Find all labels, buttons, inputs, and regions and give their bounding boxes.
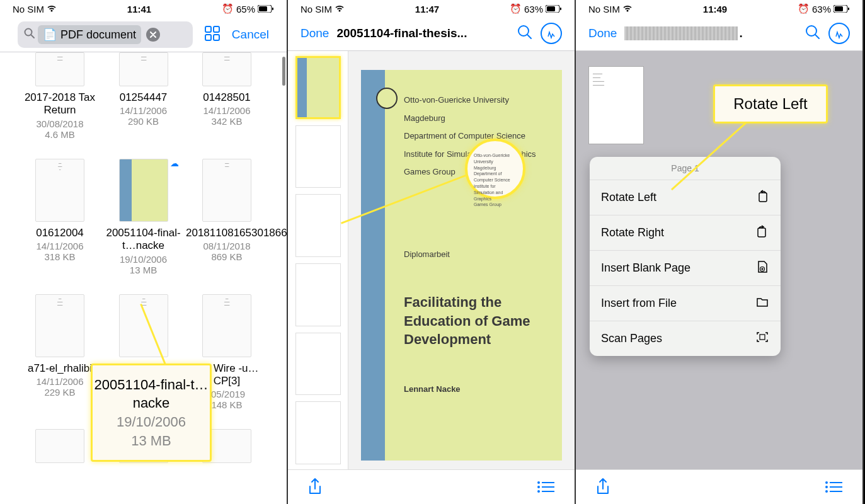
file-item[interactable]: ━━━━━━ 20181108165301866 08/11/2018 869 … bbox=[186, 159, 268, 275]
doc-icon: 📄 bbox=[43, 28, 57, 42]
file-callout: 20051104-final-t…nacke 19/10/2006 13 MB bbox=[91, 364, 212, 462]
thesis-author: Lennart Nacke bbox=[404, 384, 547, 394]
thesis-group: Games Group bbox=[404, 163, 547, 181]
file-item[interactable]: ━━━━━━━━ 01428501 14/11/2006 342 KB bbox=[186, 52, 268, 140]
pdf-body: Otto-von-Guericke University Magdeburg D… bbox=[288, 51, 575, 469]
svg-point-19 bbox=[537, 490, 540, 493]
share-icon[interactable] bbox=[595, 478, 611, 499]
battery-icon bbox=[258, 5, 274, 13]
rotate-left-callout: Rotate Left bbox=[713, 84, 828, 123]
svg-point-33 bbox=[825, 486, 828, 488]
thesis-dept: Department of Computer Science bbox=[404, 127, 547, 146]
svg-rect-26 bbox=[758, 228, 765, 237]
menu-label: Scan Pages bbox=[601, 332, 662, 345]
search-icon[interactable] bbox=[805, 24, 821, 43]
battery-label: 63% bbox=[812, 4, 831, 14]
menu-header: Page 1 bbox=[590, 157, 781, 180]
svg-rect-1 bbox=[259, 6, 267, 11]
search-bar: 📄 PDF document Cancel bbox=[13, 20, 274, 49]
svg-rect-25 bbox=[759, 193, 767, 202]
page-thumb[interactable] bbox=[295, 401, 341, 464]
menu-label: Rotate Right bbox=[601, 226, 664, 239]
svg-rect-8 bbox=[214, 35, 219, 40]
page-thumb[interactable] bbox=[295, 125, 341, 188]
battery-label: 65% bbox=[236, 4, 255, 14]
wifi-icon bbox=[335, 4, 345, 14]
page-thumb[interactable] bbox=[295, 194, 341, 257]
file-item[interactable]: ☁︎ 20051104-final-t…nacke 19/10/2006 13 … bbox=[103, 159, 185, 275]
menu-label: Insert from File bbox=[601, 297, 677, 310]
svg-rect-2 bbox=[272, 8, 273, 10]
status-bar: No SIM 11:49 ⏰ 63% bbox=[576, 0, 862, 18]
file-item[interactable]: ━━━━━━━━ 01254447 14/11/2006 290 KB bbox=[103, 52, 185, 140]
file-item[interactable]: ━━━━━━━━━━ a71-el_rhalibi 14/11/2006 229… bbox=[19, 294, 101, 411]
file-item[interactable]: ━━━━━━━━ 2017-2018 Tax Return 30/08/2018… bbox=[19, 52, 101, 140]
search-tag-label: PDF document bbox=[60, 28, 136, 42]
title-suffix: . bbox=[739, 26, 742, 40]
scan-icon bbox=[755, 330, 769, 347]
cancel-button[interactable]: Cancel bbox=[232, 28, 269, 42]
view-toggle-icon[interactable] bbox=[204, 25, 221, 44]
pdf-toolbar bbox=[576, 469, 862, 504]
svg-rect-28 bbox=[760, 335, 765, 340]
time-label: 11:49 bbox=[703, 4, 727, 14]
svg-rect-22 bbox=[848, 8, 849, 10]
university-seal-icon bbox=[376, 88, 398, 109]
svg-rect-21 bbox=[835, 6, 843, 11]
pdf-header: Done 20051104-final-thesis... bbox=[288, 18, 575, 49]
svg-rect-5 bbox=[205, 26, 211, 32]
svg-rect-6 bbox=[214, 26, 219, 32]
phone-files-app: No SIM 11:41 ⏰ 65% 📄 PDF document Cancel… bbox=[0, 0, 288, 504]
menu-label: Rotate Left bbox=[601, 191, 656, 204]
phone-pdf-viewer: No SIM 11:47 ⏰ 63% Done 20051104-final-t… bbox=[288, 0, 576, 504]
menu-rotate-left[interactable]: Rotate Left bbox=[590, 180, 781, 215]
battery-label: 63% bbox=[524, 4, 543, 14]
scroll-indicator[interactable] bbox=[282, 57, 285, 86]
rotate-right-icon bbox=[755, 224, 769, 241]
cloud-icon: ☁︎ bbox=[170, 158, 179, 168]
menu-insert-blank[interactable]: Insert Blank Page bbox=[590, 250, 781, 285]
phone-context-menu: No SIM 11:49 ⏰ 63% Done . ━━━━━━━━━━━━━━… bbox=[576, 0, 864, 504]
svg-rect-11 bbox=[560, 8, 561, 10]
alarm-icon: ⏰ bbox=[798, 3, 810, 14]
thesis-type: Diplomarbeit bbox=[404, 249, 547, 259]
carrier-label: No SIM bbox=[13, 4, 44, 14]
list-icon[interactable] bbox=[825, 480, 844, 496]
alarm-icon: ⏰ bbox=[222, 3, 234, 14]
list-icon[interactable] bbox=[537, 480, 556, 496]
pdf-title: 20051104-final-thesis... bbox=[336, 26, 509, 40]
menu-label: Insert Blank Page bbox=[601, 261, 690, 275]
pdf-thumbnails[interactable] bbox=[288, 51, 348, 469]
page-thumb[interactable] bbox=[295, 333, 341, 396]
file-item[interactable]: ━━━━━━ 01612004 14/11/2006 318 KB bbox=[19, 159, 101, 275]
page-thumb[interactable] bbox=[295, 56, 341, 119]
share-icon[interactable] bbox=[307, 478, 323, 499]
rotate-left-icon bbox=[755, 189, 769, 206]
insert-blank-icon bbox=[755, 260, 769, 277]
svg-point-32 bbox=[825, 481, 828, 484]
svg-line-13 bbox=[527, 35, 531, 38]
svg-line-4 bbox=[31, 35, 34, 38]
battery-icon bbox=[546, 4, 562, 14]
markup-icon[interactable] bbox=[541, 23, 562, 44]
alarm-icon: ⏰ bbox=[510, 3, 522, 14]
search-field[interactable]: 📄 PDF document bbox=[18, 21, 193, 48]
folder-icon bbox=[755, 295, 769, 312]
svg-line-24 bbox=[815, 35, 819, 38]
menu-insert-file[interactable]: Insert from File bbox=[590, 285, 781, 321]
page-thumb[interactable]: ━━━━━━━━━━━━━━━━━━━━━ bbox=[588, 66, 644, 144]
markup-icon[interactable] bbox=[828, 23, 850, 44]
page-thumb[interactable] bbox=[295, 263, 341, 326]
search-tag: 📄 PDF document bbox=[38, 25, 141, 44]
menu-rotate-right[interactable]: Rotate Right bbox=[590, 215, 781, 250]
done-button[interactable]: Done bbox=[588, 26, 617, 40]
menu-scan-pages[interactable]: Scan Pages bbox=[590, 321, 781, 356]
done-button[interactable]: Done bbox=[301, 26, 329, 40]
pdf-page-view[interactable]: Otto-von-Guericke University Magdeburg D… bbox=[348, 51, 575, 469]
search-icon[interactable] bbox=[517, 24, 533, 43]
blurred-title bbox=[624, 26, 738, 40]
svg-rect-7 bbox=[205, 35, 211, 40]
search-icon bbox=[24, 28, 35, 42]
clear-search-button[interactable] bbox=[146, 28, 160, 42]
pdf-header: Done . bbox=[576, 18, 862, 49]
